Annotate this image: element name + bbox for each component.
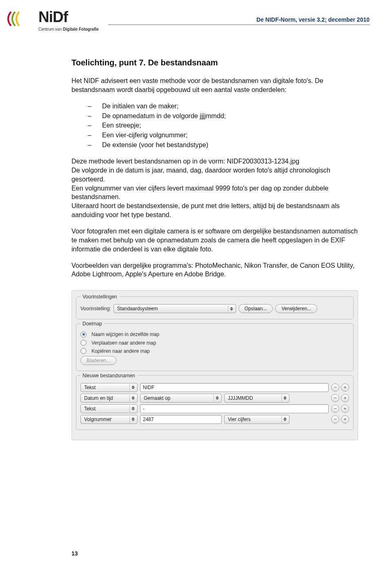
stepper-icon <box>129 384 136 391</box>
stepper-icon <box>228 305 235 312</box>
value-input[interactable]: - <box>140 404 329 413</box>
target-group: Doelmap Naam wijzigen in dezelfde map Ve… <box>76 323 354 371</box>
type-select[interactable]: Datum en tijd <box>80 394 138 403</box>
list-item: Een vier-cijferig volgnummer; <box>88 131 361 140</box>
plus-button[interactable]: + <box>341 394 349 402</box>
stepper-icon <box>281 416 288 423</box>
body-paragraph: Voor fotografen met een digitale camera … <box>71 227 361 254</box>
format-select[interactable]: JJJJMMDD <box>224 394 290 403</box>
presets-group: Voorinstellingen Voorinstelling: Standaa… <box>76 296 354 319</box>
list-item: De opnamedatum in de volgorde jjjjmmdd; <box>88 112 361 121</box>
radio-rename[interactable] <box>80 332 87 338</box>
radio-copy[interactable] <box>80 348 87 354</box>
plus-button[interactable]: + <box>341 415 349 423</box>
stepper-icon <box>129 416 136 423</box>
name-row: Volgnummer 2487 Vier cijfers −+ <box>80 415 349 424</box>
body-paragraph: Deze methode levert bestandsnamen op in … <box>71 157 361 220</box>
document-header-line: De NIDF-Norm, versie 3.2; december 2010 <box>108 16 370 25</box>
stepper-icon <box>129 405 136 412</box>
list-item: De initialen van de maker; <box>88 102 361 111</box>
section-title: Toelichting, punt 7. De bestandsnaam <box>71 57 361 68</box>
minus-button[interactable]: − <box>331 394 339 402</box>
browse-button[interactable]: Bladeren... <box>80 356 116 365</box>
plus-button[interactable]: + <box>341 383 349 392</box>
logo-subtitle: Centrum van Digitale Fotografie <box>38 27 99 31</box>
radio-label: Verplaatsen naar andere map <box>91 340 156 346</box>
delete-button[interactable]: Verwijderen... <box>275 304 317 313</box>
logo-brand: NiDf <box>38 10 99 24</box>
list-item: De extensie (voor het bestandstype) <box>88 141 361 150</box>
body-paragraph: Voorbeelden van dergelijke programma's: … <box>71 261 361 279</box>
plus-button[interactable]: + <box>341 405 349 413</box>
stepper-icon <box>214 395 220 401</box>
minus-button[interactable]: − <box>331 405 339 413</box>
logo: NiDf Centrum van Digitale Fotografie <box>7 8 99 31</box>
list-item: Een streepje; <box>88 121 361 130</box>
group-title: Voorinstellingen <box>80 293 119 300</box>
group-title: Doelmap <box>80 320 104 327</box>
digits-select[interactable]: Vier cijfers <box>224 415 290 424</box>
preset-label: Voorinstelling: <box>80 305 111 312</box>
radio-move[interactable] <box>80 340 87 346</box>
radio-label: Kopiëren naar andere map <box>91 348 150 354</box>
logo-arc-icon <box>7 8 27 31</box>
type-select[interactable]: Tekst <box>80 404 138 413</box>
name-row: Tekst - −+ <box>80 404 349 413</box>
source-select[interactable]: Gemaakt op <box>140 394 222 403</box>
name-row: Tekst NIDF −+ <box>80 383 349 392</box>
settings-panel: Voorinstellingen Voorinstelling: Standaa… <box>71 290 358 440</box>
type-select[interactable]: Volgnummer <box>80 415 138 424</box>
intro-paragraph: Het NIDF adviseert een vaste methode voo… <box>71 76 361 94</box>
bullet-list: De initialen van de maker; De opnamedatu… <box>71 102 361 150</box>
value-input[interactable]: 2487 <box>140 415 222 424</box>
radio-label: Naam wijzigen in dezelfde map <box>91 331 159 338</box>
group-title: Nieuwe bestandsnamen <box>80 372 137 379</box>
stepper-icon <box>281 395 288 401</box>
preset-select[interactable]: Standaardsysteem <box>114 304 236 313</box>
save-button[interactable]: Opslaan... <box>238 304 273 313</box>
newnames-group: Nieuwe bestandsnamen Tekst NIDF −+ Datum… <box>76 375 354 430</box>
stepper-icon <box>129 395 136 401</box>
minus-button[interactable]: − <box>331 383 339 392</box>
page-number: 13 <box>71 550 78 557</box>
value-input[interactable]: NIDF <box>140 383 329 392</box>
name-row: Datum en tijd Gemaakt op JJJJMMDD −+ <box>80 394 349 403</box>
type-select[interactable]: Tekst <box>80 383 138 392</box>
minus-button[interactable]: − <box>331 415 339 423</box>
